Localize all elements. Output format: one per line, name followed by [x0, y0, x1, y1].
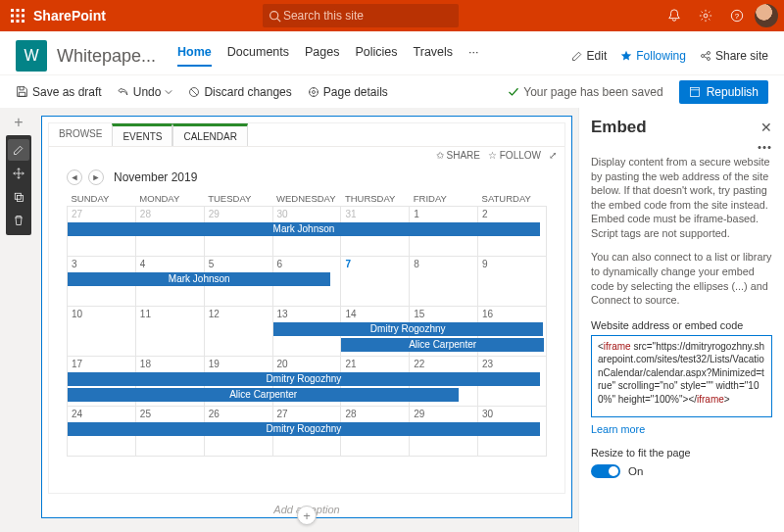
svg-rect-7 [17, 20, 20, 23]
suite-bar: SharePoint ? [0, 0, 784, 31]
cal-cell[interactable]: 9 [478, 257, 547, 307]
event-bar[interactable]: Mark Johnson [68, 272, 330, 286]
edit-webpart-button[interactable] [8, 139, 29, 161]
cal-cell[interactable]: 8 [410, 257, 478, 307]
edit-button[interactable]: Edit [571, 49, 608, 63]
svg-point-22 [312, 90, 315, 93]
move-webpart-button[interactable] [8, 163, 29, 184]
svg-point-15 [707, 52, 710, 55]
page-details-icon [308, 86, 319, 98]
tab-calendar[interactable]: CALENDAR [172, 123, 247, 146]
resize-label: Resize to fit the page [591, 447, 772, 459]
delete-webpart-button[interactable] [8, 210, 29, 231]
svg-point-9 [270, 11, 278, 19]
svg-rect-4 [17, 15, 20, 18]
panel-description-2: You can also connect to a list or librar… [591, 250, 772, 307]
site-nav: Home Documents Pages Policies Travels ··… [177, 45, 478, 67]
section-tools: + [0, 108, 37, 532]
focus-icon[interactable]: ⤢ [549, 150, 557, 161]
svg-line-18 [704, 57, 707, 59]
cal-cell[interactable]: 11 [135, 307, 204, 357]
chevron-down-icon [165, 88, 172, 96]
add-section-button[interactable]: + [14, 114, 23, 131]
calendar-month-nav: ◄ ► November 2019 [67, 169, 547, 185]
add-webpart-button[interactable]: + [297, 506, 317, 525]
discard-icon [188, 86, 200, 98]
nav-more[interactable]: ··· [468, 45, 478, 67]
svg-rect-0 [11, 9, 14, 12]
svg-rect-1 [17, 9, 20, 12]
nav-travels[interactable]: Travels [414, 45, 454, 67]
event-bar[interactable]: Dmitry Rogozhny [68, 422, 540, 436]
svg-rect-6 [11, 20, 14, 23]
calendar-month-label: November 2019 [114, 170, 197, 184]
cal-cell[interactable]: 12 [204, 307, 272, 357]
svg-rect-5 [22, 15, 24, 18]
cal-share-button[interactable]: ✩ SHARE [436, 150, 480, 161]
save-draft-button[interactable]: Save as draft [16, 85, 102, 99]
event-bar[interactable]: Alice Carpenter [341, 338, 544, 352]
site-name[interactable]: Whitepape... [57, 46, 156, 67]
svg-rect-2 [22, 9, 24, 12]
event-bar[interactable]: Dmitry Rogozhny [68, 372, 540, 386]
calendar-grid: SUNDAYMONDAYTUESDAYWEDNESDAYTHURSDAYFRID… [67, 191, 547, 457]
undo-icon [118, 86, 129, 98]
republish-button[interactable]: Republish [679, 80, 768, 104]
nav-home[interactable]: Home [177, 45, 212, 67]
close-panel-button[interactable]: ✕ [760, 120, 772, 135]
svg-point-11 [704, 14, 708, 18]
cal-cell[interactable]: 27 Mark Johnson [68, 207, 136, 257]
svg-line-10 [277, 18, 280, 21]
embed-webpart[interactable]: BROWSE EVENTS CALENDAR ✩ SHARE ☆ FOLLOW … [41, 116, 572, 518]
nav-documents[interactable]: Documents [227, 45, 289, 67]
svg-rect-3 [11, 15, 14, 18]
embed-property-panel: Embed ✕ ••• Display content from a secur… [578, 108, 784, 532]
site-logo[interactable]: W [16, 40, 47, 72]
cal-cell[interactable]: 3 Mark Johnson [68, 257, 136, 307]
tab-browse[interactable]: BROWSE [49, 123, 112, 146]
user-avatar[interactable] [755, 4, 778, 27]
help-icon[interactable]: ? [723, 2, 751, 29]
page-details-button[interactable]: Page details [308, 85, 388, 99]
svg-rect-26 [18, 196, 24, 202]
cal-cell[interactable]: 24 Dmitry Rogozhny [68, 407, 136, 457]
search-input[interactable] [281, 8, 453, 24]
cal-follow-button[interactable]: ☆ FOLLOW [488, 150, 541, 161]
learn-more-link[interactable]: Learn more [591, 423, 645, 435]
nav-pages[interactable]: Pages [305, 45, 339, 67]
following-button[interactable]: Following [620, 49, 686, 63]
app-launcher-icon[interactable] [6, 4, 29, 27]
resize-toggle[interactable] [591, 464, 620, 478]
panel-title: Embed [591, 118, 760, 137]
event-bar[interactable]: Dmitry Rogozhny [273, 322, 543, 336]
svg-rect-23 [690, 87, 699, 96]
svg-line-20 [191, 88, 197, 94]
notifications-icon[interactable] [661, 2, 688, 29]
edit-icon [571, 50, 583, 62]
discard-button[interactable]: Discard changes [188, 85, 291, 99]
undo-button[interactable]: Undo [118, 85, 173, 99]
cal-cell[interactable]: 10 [68, 307, 136, 357]
nav-policies[interactable]: Policies [355, 45, 397, 67]
prev-month-button[interactable]: ◄ [67, 169, 82, 185]
embed-code-input[interactable]: <iframe src="https://dmitryrogozhny.shar… [591, 335, 772, 417]
cal-cell[interactable]: 17 Dmitry Rogozhny Alice Carpenter [68, 357, 136, 407]
event-bar[interactable]: Mark Johnson [68, 222, 540, 236]
duplicate-webpart-button[interactable] [8, 186, 29, 208]
share-site-button[interactable]: Share site [700, 49, 768, 63]
toggle-state-label: On [628, 465, 643, 477]
panel-more-button[interactable]: ••• [758, 141, 772, 153]
next-month-button[interactable]: ► [88, 169, 104, 185]
settings-icon[interactable] [692, 2, 719, 29]
save-status: Your page has been saved [508, 85, 662, 99]
svg-point-14 [701, 55, 704, 58]
cal-cell[interactable]: 13 Dmitry Rogozhny [272, 307, 341, 357]
svg-point-16 [707, 58, 710, 61]
calendar-ribbon-tabs: BROWSE EVENTS CALENDAR [49, 123, 564, 147]
check-icon [508, 86, 519, 98]
search-box[interactable] [263, 4, 459, 27]
embed-field-label: Website address or embed code [591, 319, 772, 331]
cal-cell[interactable]: 7 [341, 257, 410, 307]
event-bar[interactable]: Alice Carpenter [68, 388, 459, 402]
tab-events[interactable]: EVENTS [112, 123, 172, 146]
